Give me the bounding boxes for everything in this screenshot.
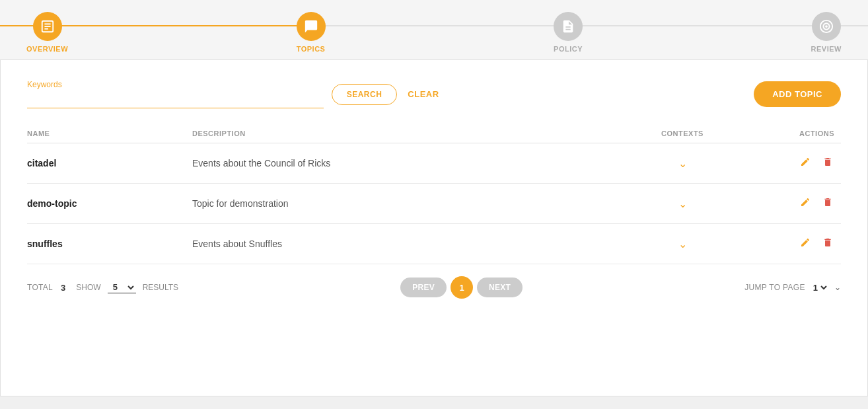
chevron-down-icon-snuffles[interactable]: ⌄ (678, 238, 687, 250)
row-actions-demo-topic (742, 196, 841, 211)
row-name-demo-topic: demo-topic (27, 198, 192, 209)
row-actions-citadel (742, 155, 841, 171)
chevron-down-icon-citadel[interactable]: ⌄ (678, 157, 687, 170)
row-desc-demo-topic: Topic for demonstration (192, 198, 623, 209)
prev-button[interactable]: PREV (400, 278, 447, 297)
col-header-description: DESCRIPTION (192, 130, 623, 137)
jump-to-page-label: JUMP TO PAGE (744, 283, 805, 292)
step-review[interactable]: REVIEW (811, 12, 842, 53)
pagination-center: PREV 1 NEXT (184, 276, 739, 299)
search-button[interactable]: SEARCH (332, 84, 398, 105)
row-desc-citadel: Events about the Council of Ricks (192, 158, 623, 168)
delete-button-demo-topic[interactable] (821, 196, 834, 211)
row-contexts-demo-topic: ⌄ (623, 198, 742, 210)
step-label-review: REVIEW (811, 45, 842, 53)
table-row: snuffles Events about Snuffles ⌄ (27, 224, 841, 264)
edit-button-snuffles[interactable] (799, 236, 812, 252)
keyword-input[interactable] (27, 92, 324, 108)
chevron-down-jump-icon: ⌄ (834, 283, 841, 292)
col-header-name: NAME (27, 130, 192, 137)
step-circle-policy (554, 12, 583, 41)
keyword-field: Keywords (27, 80, 324, 108)
pagination: TOTAL 3 SHOW 5 10 25 RESULTS PREV 1 NEXT… (27, 264, 841, 301)
step-topics[interactable]: TOPICS (297, 12, 326, 53)
row-actions-snuffles (742, 236, 841, 252)
table: NAME DESCRIPTION CONTEXTS ACTIONS citade… (27, 124, 841, 264)
row-name-snuffles: snuffles (27, 239, 192, 249)
delete-button-snuffles[interactable] (821, 236, 834, 252)
search-area: Keywords SEARCH CLEAR ADD TOPIC (27, 80, 841, 108)
jump-to-page: JUMP TO PAGE 1 ⌄ (744, 282, 841, 293)
step-circle-overview (33, 12, 62, 41)
step-label-policy: POLICY (554, 45, 583, 53)
keyword-label: Keywords (27, 80, 324, 89)
main-content: Keywords SEARCH CLEAR ADD TOPIC NAME DES… (0, 59, 868, 396)
edit-button-demo-topic[interactable] (799, 196, 812, 211)
show-label: SHOW (76, 283, 100, 292)
row-name-citadel: citadel (27, 158, 192, 168)
step-label-overview: OVERVIEW (26, 45, 68, 53)
next-button[interactable]: NEXT (477, 278, 523, 297)
table-row: demo-topic Topic for demonstration ⌄ (27, 184, 841, 224)
row-contexts-citadel: ⌄ (623, 157, 742, 170)
col-header-actions: ACTIONS (742, 130, 841, 137)
step-policy[interactable]: POLICY (554, 12, 583, 53)
page-number-1[interactable]: 1 (451, 276, 473, 299)
clear-button[interactable]: CLEAR (405, 84, 441, 104)
table-header: NAME DESCRIPTION CONTEXTS ACTIONS (27, 124, 841, 143)
table-row: citadel Events about the Council of Rick… (27, 143, 841, 184)
step-circle-review (812, 12, 841, 41)
step-overview[interactable]: OVERVIEW (26, 12, 68, 53)
row-contexts-snuffles: ⌄ (623, 238, 742, 250)
col-header-contexts: CONTEXTS (623, 130, 742, 137)
delete-button-citadel[interactable] (821, 155, 834, 171)
stepper: OVERVIEW TOPICS POLICY REVIEW (0, 0, 868, 59)
edit-button-citadel[interactable] (799, 155, 812, 171)
results-label: RESULTS (143, 283, 178, 292)
total-count: 3 (61, 283, 65, 293)
chevron-down-icon-demo-topic[interactable]: ⌄ (678, 198, 687, 210)
step-label-topics: TOPICS (297, 45, 326, 53)
step-circle-topics (297, 12, 326, 41)
row-desc-snuffles: Events about Snuffles (192, 239, 623, 249)
jump-page-select[interactable]: 1 (811, 282, 829, 293)
page-size-select[interactable]: 5 10 25 (108, 281, 136, 293)
total-label: TOTAL (27, 283, 53, 292)
add-topic-button[interactable]: ADD TOPIC (754, 81, 841, 107)
